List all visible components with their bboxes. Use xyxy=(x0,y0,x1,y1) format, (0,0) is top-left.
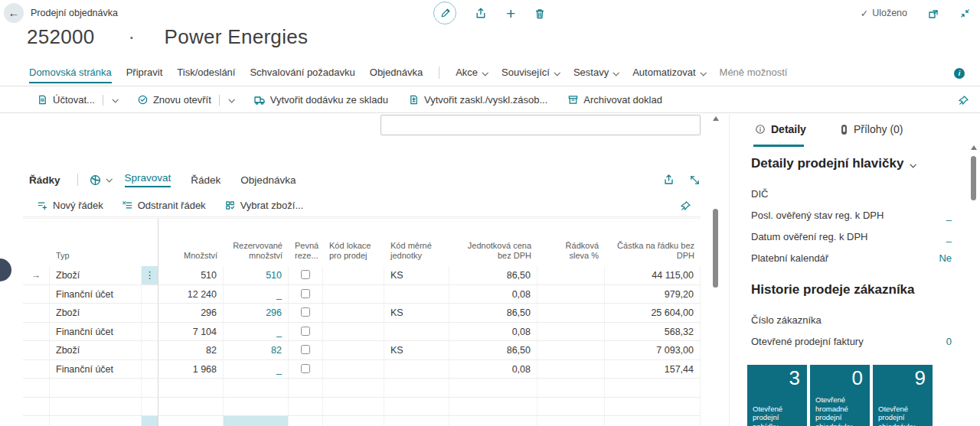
truck-icon xyxy=(253,94,266,106)
customer-name: Power Energies xyxy=(165,25,309,49)
work-description-field[interactable] xyxy=(381,115,701,135)
new-line-button[interactable]: Nový řádek xyxy=(37,200,103,211)
fixed-reservation-checkbox[interactable] xyxy=(301,364,310,373)
delete-line-button[interactable]: Odstranit řádek xyxy=(122,200,206,211)
col-radkova-sleva[interactable]: Řádková sleva % xyxy=(537,241,605,268)
col-typ[interactable]: Typ xyxy=(50,251,142,267)
select-items-button[interactable]: Vybrat zboží... xyxy=(224,200,304,211)
tab-approval[interactable]: Schvalování požadavku xyxy=(250,67,354,83)
scroll-up-arrow-icon[interactable] xyxy=(713,116,719,121)
field-value-link[interactable]: _ xyxy=(946,231,952,242)
col-kod-merne[interactable]: Kód měrné jednotky xyxy=(384,241,449,268)
reserved-qty-link[interactable]: _ xyxy=(224,360,289,379)
header-details-heading[interactable]: Detaily prodejní hlavičky xyxy=(751,156,915,171)
new-document-button[interactable]: + xyxy=(506,5,515,21)
main-scrollbar[interactable] xyxy=(711,115,720,426)
table-row[interactable]: Finanční účet 7 104 _ 0,08 568,32 xyxy=(23,323,701,342)
fixed-reservation-checkbox[interactable] xyxy=(301,307,310,317)
table-row-empty[interactable] xyxy=(23,379,701,398)
lines-toolbar: Nový řádek Odstranit řádek Vybrat zboží.… xyxy=(23,194,701,217)
tab-order[interactable]: Objednávka xyxy=(370,67,423,83)
table-row-empty[interactable] xyxy=(23,416,701,426)
create-inventory-putaway-button[interactable]: Vytvořit zaskl./vyskl.zásob... xyxy=(408,94,547,106)
chevron-down-icon xyxy=(910,161,916,167)
fixed-reservation-checkbox[interactable] xyxy=(301,270,310,279)
reserved-qty-link[interactable]: _ xyxy=(224,285,289,304)
factbox-scrollbar-thumb[interactable] xyxy=(971,156,976,200)
collapse-button[interactable] xyxy=(959,6,971,20)
col-mnozstvi[interactable]: Množství xyxy=(158,251,224,267)
lines-tab-manage[interactable]: Spravovat xyxy=(125,172,172,187)
factbox-tab-attachments[interactable]: Přílohy (0) xyxy=(840,123,903,135)
field-value-link[interactable]: 0 xyxy=(946,336,952,347)
col-jednotkova-cena[interactable]: Jednotková cena bez DPH xyxy=(449,241,537,268)
delete-button[interactable] xyxy=(534,6,546,20)
lines-expand-button[interactable] xyxy=(689,174,701,186)
chevron-down-icon xyxy=(700,70,706,76)
saved-label: Uloženo xyxy=(872,8,907,18)
col-castka[interactable]: Částka na řádku bez DPH xyxy=(605,241,701,268)
tile-open-quotes[interactable]: 3 Otevřené prodejní nabídky xyxy=(747,365,807,426)
field-value-link[interactable]: _ xyxy=(946,210,952,221)
lines-title: Řádky xyxy=(29,174,60,186)
sales-history-heading: Historie prodeje zákazníka xyxy=(751,282,915,298)
info-button[interactable]: i xyxy=(954,68,965,79)
pin-slash-icon xyxy=(680,200,691,212)
field-value-link[interactable]: Ne xyxy=(939,252,952,264)
reserved-qty-link[interactable]: 82 xyxy=(224,341,289,360)
table-row[interactable]: Zboží 296 296 KS 86,50 25 604,00 xyxy=(23,304,701,323)
chevron-down-icon[interactable] xyxy=(228,96,234,102)
fixed-reservation-checkbox[interactable] xyxy=(301,289,310,298)
post-button[interactable]: Účtovat... xyxy=(37,94,117,106)
row-selector: → xyxy=(23,266,50,285)
unpin-actionbar-button[interactable] xyxy=(958,94,969,106)
reserved-qty-link[interactable]: 296 xyxy=(224,304,289,323)
lines-views-button[interactable] xyxy=(89,174,111,187)
edit-button[interactable] xyxy=(433,2,456,24)
tab-fewer-options[interactable]: Méně možností xyxy=(720,67,788,83)
factbox-scrollbar[interactable] xyxy=(969,144,978,419)
open-in-window-button[interactable] xyxy=(927,6,939,20)
back-button[interactable]: ← xyxy=(4,3,24,23)
table-row-empty[interactable] xyxy=(23,398,701,417)
lines-tab-line[interactable]: Řádek xyxy=(191,174,220,186)
tab-automate[interactable]: Automatizovat xyxy=(632,67,704,83)
reserved-qty-link[interactable]: _ xyxy=(224,323,289,342)
col-rezervovane[interactable]: Rezervované množství xyxy=(224,241,289,268)
tab-related[interactable]: Související xyxy=(501,67,559,83)
table-row[interactable]: Finanční účet 12 240 _ 0,08 979,20 xyxy=(23,285,701,304)
tab-prepare[interactable]: Připravit xyxy=(126,67,163,83)
tile-open-blanket-orders[interactable]: 0 Otevřené hromadné prodejní objednávky xyxy=(810,365,870,426)
pencil-icon xyxy=(439,8,451,19)
fixed-reservation-checkbox[interactable] xyxy=(301,327,310,336)
active-tab-underline xyxy=(753,145,804,147)
col-kod-lokace[interactable]: Kód lokace pro prodej xyxy=(323,241,384,268)
tab-home[interactable]: Domovská stránka xyxy=(29,67,112,83)
overlay-handle[interactable] xyxy=(0,259,11,281)
archive-document-button[interactable]: Archivovat doklad xyxy=(567,94,662,106)
current-row-arrow-icon: → xyxy=(31,270,41,281)
table-row[interactable]: → Zboží ⋮ 510 510 KS 86,50 44 115,00 xyxy=(23,266,701,285)
lines-share-button[interactable] xyxy=(663,174,675,186)
scroll-up-arrow-icon[interactable] xyxy=(971,145,977,150)
chevron-down-icon[interactable] xyxy=(112,96,118,102)
table-row[interactable]: Zboží 82 82 KS 86,50 7 093,00 xyxy=(23,341,701,360)
main-scrollbar-thumb[interactable] xyxy=(713,209,718,288)
share-button[interactable] xyxy=(475,6,488,20)
col-pevna-reze[interactable]: Pevná reze... xyxy=(289,241,323,268)
tab-reports[interactable]: Sestavy xyxy=(573,67,618,83)
reopen-button[interactable]: Znovu otevřít xyxy=(137,94,234,106)
top-bar: ← Prodejní objednávka + ✓ Uloženo xyxy=(0,0,980,26)
fixed-reservation-checkbox[interactable] xyxy=(301,345,310,354)
factbox-tab-details[interactable]: Detaily xyxy=(755,123,806,135)
unpin-lines-toolbar-button[interactable] xyxy=(680,199,691,211)
tab-actions[interactable]: Akce xyxy=(456,67,487,83)
row-menu-button[interactable]: ⋮ xyxy=(142,266,158,285)
table-row[interactable]: Finanční účet 1 968 _ 0,08 157,44 xyxy=(23,360,701,379)
lines-tab-order[interactable]: Objednávka xyxy=(240,174,296,186)
reserved-qty-link[interactable]: 510 xyxy=(224,266,289,285)
create-warehouse-shipment-button[interactable]: Vytvořit dodávku ze skladu xyxy=(253,94,388,106)
tab-print-send[interactable]: Tisk/odeslání xyxy=(177,67,235,83)
tile-open-orders[interactable]: 9 Otevřené prodejní objednávky xyxy=(873,365,933,426)
lines-section-header: Řádky Spravovat Řádek Objednávka xyxy=(29,170,701,190)
